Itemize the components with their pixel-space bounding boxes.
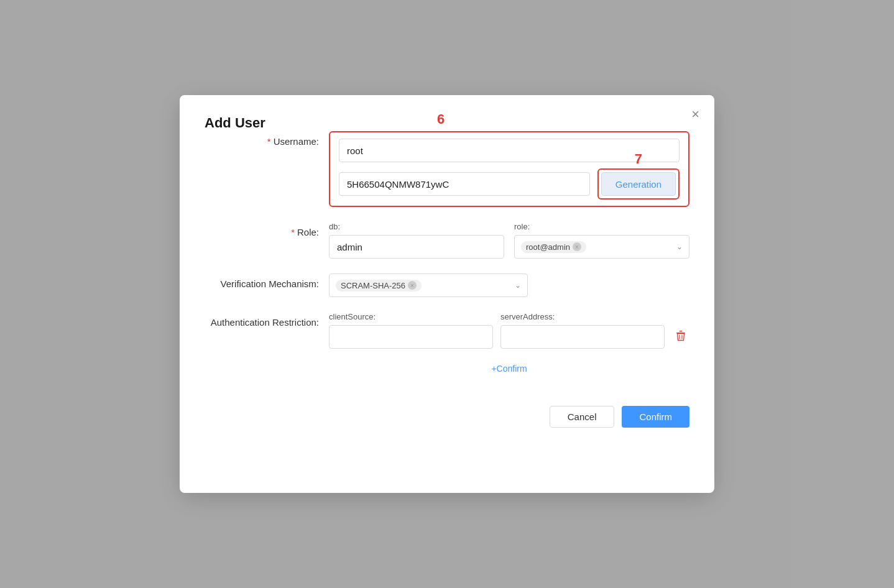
db-sub-label: db: [329, 222, 504, 231]
highlight-box-7: 7 Generation [597, 168, 680, 200]
password-input-wrap [339, 172, 590, 196]
password-row: 7 Generation [339, 168, 680, 200]
role-required-star: * [291, 227, 295, 237]
username-password-fields: 6 7 Generation [329, 131, 689, 207]
verification-label: Verification Mechanism: [205, 273, 329, 289]
role-select-arrow: ⌄ [676, 242, 683, 251]
verification-select-wrap: SCRAM-SHA-256 × ⌄ [329, 273, 528, 297]
db-input[interactable] [329, 235, 504, 259]
verification-tag-close[interactable]: × [408, 281, 417, 290]
verification-select[interactable]: SCRAM-SHA-256 × ⌄ [329, 273, 528, 297]
role-select[interactable]: root@admin × ⌄ [514, 235, 689, 259]
verification-select-arrow: ⌄ [515, 281, 521, 290]
svg-rect-1 [680, 331, 683, 332]
client-source-label: clientSource: [329, 312, 493, 321]
server-address-label: serverAddress: [500, 312, 665, 321]
role-fields: db: role: root@admin × ⌄ [329, 222, 689, 259]
delete-restriction-button[interactable] [672, 327, 689, 347]
server-address-group: serverAddress: [500, 312, 665, 349]
auth-restriction-section: Authentication Restriction: clientSource… [205, 312, 689, 374]
verification-tag: SCRAM-SHA-256 × [336, 280, 422, 292]
username-input[interactable] [339, 139, 680, 162]
role-section: *Role: db: role: root@admin × ⌄ [205, 222, 689, 259]
step-6-badge: 6 [437, 111, 445, 127]
dialog-overlay: Add User × *Username: 6 [0, 0, 894, 588]
client-source-input[interactable] [329, 325, 493, 349]
dialog-footer: Cancel Confirm [205, 396, 689, 428]
db-input-group: db: [329, 222, 504, 259]
verification-section: Verification Mechanism: SCRAM-SHA-256 × … [205, 273, 689, 297]
close-button[interactable]: × [691, 108, 699, 121]
auth-inputs-row: clientSource: serverAddress: [329, 312, 689, 349]
generation-button[interactable]: Generation [601, 172, 676, 196]
username-required-star: * [267, 136, 271, 147]
dialog-title: Add User [205, 115, 265, 131]
cancel-button[interactable]: Cancel [550, 406, 615, 428]
add-confirm-button[interactable]: +Confirm [329, 364, 689, 374]
username-password-section: *Username: 6 7 [205, 131, 689, 207]
role-sub-label: role: [514, 222, 689, 231]
add-user-dialog: Add User × *Username: 6 [180, 95, 714, 493]
role-tag: root@admin × [521, 241, 586, 253]
role-input-group: role: root@admin × ⌄ [514, 222, 689, 259]
auth-label: Authentication Restriction: [205, 312, 329, 328]
auth-restriction-fields: clientSource: serverAddress: [329, 312, 689, 374]
role-tag-close[interactable]: × [573, 242, 581, 251]
highlight-box-6: 7 Generation [329, 131, 689, 207]
client-source-group: clientSource: [329, 312, 493, 349]
password-input[interactable] [339, 172, 590, 196]
step-7-badge: 7 [635, 151, 642, 167]
confirm-button[interactable]: Confirm [622, 406, 689, 428]
username-label: *Username: [205, 131, 329, 147]
role-label: *Role: [205, 222, 329, 237]
server-address-input[interactable] [500, 325, 665, 349]
